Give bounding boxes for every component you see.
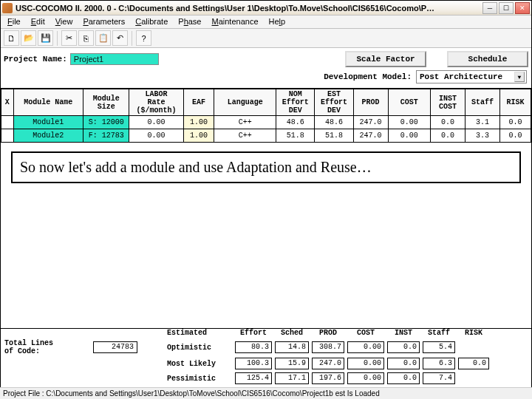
summary-row: Pessimistic125.417.1197.60.000.07.4 xyxy=(0,371,532,386)
lang-cell[interactable]: C++ xyxy=(214,116,276,129)
menu-edit[interactable]: Edit xyxy=(26,16,50,28)
statusbar: Project File : C:\Documents and Settings… xyxy=(0,387,532,399)
cost-cell: 0.00 xyxy=(388,116,430,129)
sum-staff: 6.3 xyxy=(423,358,455,369)
project-name-label: Project Name: xyxy=(4,55,67,64)
risk-cell: 0.0 xyxy=(500,116,531,129)
paste-button-icon[interactable]: 📋 xyxy=(95,30,111,46)
sum-effort: 80.3 xyxy=(235,341,272,353)
sum-col-staff: Staff xyxy=(421,329,457,337)
est-cell: 51.8 xyxy=(315,129,353,143)
dev-model-value: Post Architecture xyxy=(420,72,502,81)
scale-factor-button[interactable]: Scale Factor xyxy=(345,51,426,67)
table-row[interactable]: Module1S: 120000.001.00C++48.648.6247.00… xyxy=(1,116,531,129)
dev-model-select[interactable]: Post Architecture ▼ xyxy=(416,70,527,83)
module-table: X Module Name Module Size LABOR Rate ($/… xyxy=(1,89,531,143)
cut-icon[interactable]: ✂ xyxy=(61,30,77,46)
menu-phase[interactable]: Phase xyxy=(173,16,206,28)
sum-inst: 0.0 xyxy=(387,372,420,384)
menu-help[interactable]: Help xyxy=(264,16,291,28)
sum-sched: 15.9 xyxy=(275,358,309,369)
sum-effort: 125.4 xyxy=(235,372,272,384)
sum-col-risk: RISK xyxy=(457,329,491,337)
col-language: Language xyxy=(214,89,276,116)
separator xyxy=(57,31,58,46)
menu-file[interactable]: File xyxy=(2,16,26,28)
sum-inst: 0.0 xyxy=(387,358,420,369)
sum-risk: 0.0 xyxy=(458,358,489,369)
dev-model-label: Development Model: xyxy=(324,72,412,81)
sum-col-estimated: Estimated xyxy=(167,329,233,337)
prod-cell: 247.0 xyxy=(353,129,388,143)
col-module-name: Module Name xyxy=(13,89,83,116)
sum-prod: 308.7 xyxy=(312,341,344,353)
module-size-cell[interactable]: S: 12000 xyxy=(83,116,129,129)
callout-annotation: So now let's add a module and use Adapta… xyxy=(11,151,521,183)
staff-cell: 3.1 xyxy=(466,116,500,129)
sum-col-effort: Effort xyxy=(233,329,273,337)
sum-label: Optimistic xyxy=(167,344,233,352)
module-name-cell[interactable]: Module2 xyxy=(13,129,83,143)
col-module-size: Module Size xyxy=(83,89,129,116)
sum-col-sched: Sched xyxy=(273,329,310,337)
main-area: Project Name: Scale Factor Schedule Deve… xyxy=(1,48,531,183)
module-size-cell[interactable]: F: 12783 xyxy=(83,129,129,143)
separator xyxy=(132,31,132,46)
save-icon[interactable]: 💾 xyxy=(38,30,53,46)
sum-prod: 247.0 xyxy=(312,358,344,369)
lang-cell[interactable]: C++ xyxy=(214,129,276,143)
minimize-button[interactable]: ─ xyxy=(482,2,497,14)
maximize-button[interactable]: ☐ xyxy=(499,2,514,14)
col-prod: PROD xyxy=(353,89,388,116)
sum-cost: 0.00 xyxy=(347,341,384,353)
undo-icon[interactable]: ↶ xyxy=(112,30,128,46)
app-icon xyxy=(2,3,13,13)
sum-label: Most Likely xyxy=(167,360,233,368)
nom-cell: 51.8 xyxy=(276,129,315,143)
staff-cell: 3.3 xyxy=(466,129,500,143)
col-est: EST Effort DEV xyxy=(315,89,353,116)
sum-effort: 100.3 xyxy=(235,358,272,369)
sum-cost: 0.00 xyxy=(347,358,384,369)
labor-cell[interactable]: 0.00 xyxy=(129,129,183,143)
col-risk: RISK xyxy=(500,89,531,116)
col-cost: COST xyxy=(388,89,430,116)
copy-icon[interactable]: ⎘ xyxy=(78,30,94,46)
new-icon[interactable]: 🗋 xyxy=(4,30,19,46)
window-title: USC-COCOMO II. 2000. 0 - C:\Documents an… xyxy=(16,4,482,13)
menu-parameters[interactable]: Parameters xyxy=(78,16,130,28)
titlebar: USC-COCOMO II. 2000. 0 - C:\Documents an… xyxy=(1,1,531,16)
sum-col-prod: PROD xyxy=(310,329,346,337)
sum-label: Pessimistic xyxy=(167,375,233,383)
total-lines-value: 24783 xyxy=(93,341,137,353)
sum-prod: 197.6 xyxy=(312,372,344,384)
sum-staff: 7.4 xyxy=(423,372,455,384)
toolbar: 🗋 📂 💾 ✂ ⎘ 📋 ↶ ? xyxy=(1,29,531,48)
open-icon[interactable]: 📂 xyxy=(21,30,36,46)
prod-cell: 247.0 xyxy=(353,116,388,129)
col-x: X xyxy=(1,89,14,116)
eaf-cell[interactable]: 1.00 xyxy=(183,116,214,129)
project-name-input[interactable] xyxy=(70,53,159,65)
sum-sched: 14.8 xyxy=(275,341,309,353)
summary-row: Total Lines of Code:24783Optimistic80.31… xyxy=(0,338,532,356)
help-icon[interactable]: ? xyxy=(136,30,151,46)
menu-calibrate[interactable]: Calibrate xyxy=(130,16,173,28)
menu-maintenance[interactable]: Maintenance xyxy=(207,16,264,28)
inst-cell: 0.0 xyxy=(431,129,466,143)
col-inst: INST COST xyxy=(431,89,466,116)
labor-cell[interactable]: 0.00 xyxy=(129,116,183,129)
table-row[interactable]: Module2F: 127830.001.00C++51.851.8247.00… xyxy=(1,129,531,143)
sum-col-cost: COST xyxy=(346,329,386,337)
eaf-cell[interactable]: 1.00 xyxy=(183,129,214,143)
est-cell: 48.6 xyxy=(315,116,353,129)
col-staff: Staff xyxy=(466,89,500,116)
sum-staff: 5.4 xyxy=(423,341,455,353)
menu-view[interactable]: View xyxy=(50,16,78,28)
close-button[interactable]: ✕ xyxy=(515,2,530,14)
risk-cell: 0.0 xyxy=(500,129,531,143)
col-labor: LABOR Rate ($/month) xyxy=(129,89,183,116)
total-lines-label: Total Lines of Code: xyxy=(4,339,93,355)
module-name-cell[interactable]: Module1 xyxy=(13,116,83,129)
schedule-button[interactable]: Schedule xyxy=(447,51,528,67)
